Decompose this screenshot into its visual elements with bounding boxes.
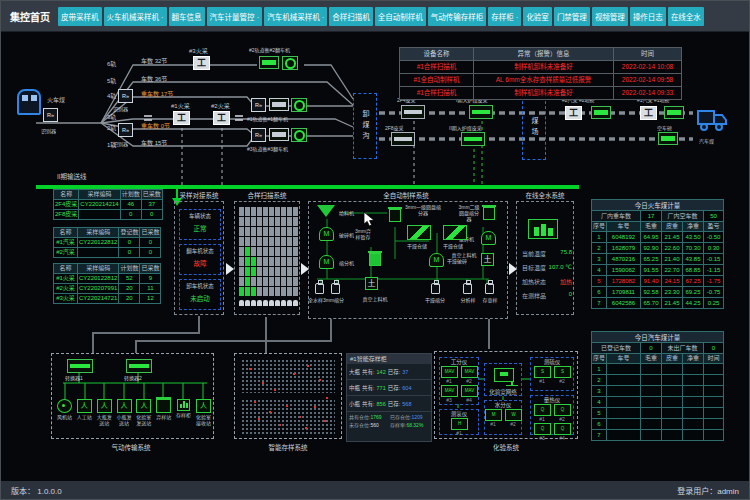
moisture-oven-icon[interactable]	[528, 219, 558, 239]
scan-bottle	[245, 300, 250, 306]
scan-slot	[281, 217, 286, 226]
lab-instrument-icon[interactable]: Q#2	[554, 404, 570, 422]
scan-slot	[257, 227, 262, 236]
tippler-2-icon[interactable]	[282, 56, 298, 70]
lab-network-icon[interactable]	[494, 368, 530, 386]
tab-翻车信息[interactable]: 翻车信息	[169, 7, 205, 26]
vacuum-feeder-icon[interactable]: 土	[365, 277, 378, 290]
rail-scale-3-icon[interactable]	[269, 128, 289, 141]
prep-section-title: 全自动制样系统	[351, 190, 461, 200]
rail-scale-1-icon[interactable]	[269, 98, 289, 111]
vacuum-feeder2-icon[interactable]: 土	[481, 253, 494, 266]
rfid-reader-icon[interactable]: R»	[251, 98, 266, 112]
dryer1-icon[interactable]	[407, 225, 431, 240]
belt-sampler-p1-icon[interactable]	[469, 105, 493, 119]
tab-汽车机械采样机[interactable]: 汽车机械采样机 ·	[264, 7, 327, 26]
lab-instrument-icon[interactable]: Q#1	[534, 404, 550, 422]
tippler-3-icon[interactable]	[291, 128, 307, 142]
tab-合样扫描机[interactable]: 合样扫描机	[329, 7, 373, 26]
truck-sampler-1-icon[interactable]: 工	[640, 106, 657, 120]
lab-instrument-icon[interactable]: S#1	[534, 366, 550, 384]
full-moisture-bottle-icon[interactable]	[331, 283, 340, 294]
feeder-funnel-icon[interactable]	[317, 205, 335, 217]
lab-group-name: 工分仪	[440, 358, 478, 366]
tab-home[interactable]: 集控首页	[4, 9, 56, 24]
lab-group-calorimeter: 量热仪Q#1Q#2Q#3Q#4	[530, 395, 574, 435]
person-station-icon[interactable]: 人化验室接收站	[194, 399, 213, 427]
full-moisture-bottle-icon[interactable]	[315, 283, 324, 294]
lab-instrument-icon[interactable]: S#2	[554, 366, 570, 384]
crusher2-icon[interactable]: M	[429, 253, 444, 267]
rfid-reader-icon[interactable]: R»	[43, 108, 58, 122]
converter1-icon[interactable]	[67, 359, 93, 373]
scan-slot	[245, 217, 250, 226]
scan-slot	[257, 267, 262, 276]
storage-cabinet-rows: 大瓶共有:142已存:37中瓶共有:771已存:604小瓶共有:856已存:56…	[347, 364, 431, 412]
crusher3-icon[interactable]: M	[481, 231, 496, 245]
tab-火车机械采样机[interactable]: 火车机械采样机 ·	[104, 7, 167, 26]
belt-sampler-2f8-icon[interactable]	[391, 132, 415, 146]
rfid-reader-icon[interactable]: R»	[251, 128, 266, 142]
person-station-icon[interactable]: 人化验室发送站	[134, 399, 153, 427]
scan-slot	[281, 207, 286, 216]
train-sampler-1-icon[interactable]: 工	[173, 111, 190, 125]
divider1-icon[interactable]: M	[319, 255, 334, 269]
storage-cabinet-title: #1智能存样柜	[347, 354, 431, 364]
tab-气动传输存样柜[interactable]: 气动传输存样柜	[428, 7, 487, 26]
disc-divider1-icon[interactable]	[389, 209, 401, 222]
tab-操作日志[interactable]: 操作日志	[630, 7, 666, 26]
belt-sampler-2f4-icon[interactable]	[401, 105, 425, 119]
train-sampler-2-icon[interactable]: 工	[213, 111, 230, 125]
tab-存样柜[interactable]: 存样柜 ·	[488, 7, 521, 26]
tab-门禁管理[interactable]: 门禁管理	[554, 7, 590, 26]
tab-全自动制样机[interactable]: 全自动制样机	[375, 7, 426, 26]
tippler-1-icon[interactable]	[291, 98, 307, 112]
lab-instrument-icon[interactable]: Q#4	[554, 423, 570, 441]
moisture-row: 在测样品0	[522, 291, 572, 300]
cabinet-station-icon[interactable]: 存样柜	[174, 399, 193, 427]
lab-instrument-icon[interactable]: MAV#1	[441, 366, 457, 384]
lab-instrument-icon[interactable]: MAV#2	[461, 366, 477, 384]
fan-station-icon[interactable]: 风机站	[55, 399, 74, 427]
truck-icon[interactable]	[695, 105, 729, 135]
lab-instrument-icon[interactable]: MAV#4	[461, 385, 477, 403]
weighbridge-1-icon[interactable]	[664, 106, 684, 119]
rail-scale-2-icon[interactable]	[259, 56, 279, 69]
scan-slot	[281, 257, 286, 266]
lab-instrument-icon[interactable]: MAV#3	[441, 385, 457, 403]
dryer2-icon[interactable]	[443, 225, 467, 240]
bin-station-icon[interactable]: 弃样站	[154, 399, 173, 427]
person-station-icon[interactable]: 人小瓶发送站	[115, 399, 134, 427]
crusher1-label: 破碎机	[339, 231, 354, 238]
scan-slot	[293, 247, 298, 256]
train-sampler-3-icon[interactable]: 工	[193, 56, 210, 70]
tab-bar: 皮带采样机火车机械采样机 ·翻车信息汽车计量管控 ·汽车机械采样机 ·合样扫描机…	[58, 7, 704, 26]
truck-sampler-2-icon[interactable]: 工	[565, 106, 582, 120]
lab-instrument-icon[interactable]: M#1	[485, 409, 501, 427]
train-icon[interactable]	[17, 89, 41, 115]
tab-汽车计量管控[interactable]: 汽车计量管控 ·	[207, 7, 263, 26]
lab-instrument-icon[interactable]: W#2	[505, 409, 521, 427]
disc-divider2-icon[interactable]	[483, 207, 495, 220]
converter2-icon[interactable]	[126, 359, 152, 373]
waste-bin-icon[interactable]	[369, 253, 381, 266]
tab-视频管理[interactable]: 视频管理	[592, 7, 628, 26]
weighbridge-2-icon[interactable]	[591, 106, 611, 119]
crusher1-icon[interactable]: M	[319, 227, 334, 241]
person-station-icon[interactable]: 人人工站	[75, 399, 94, 427]
tab-化验室[interactable]: 化验室	[523, 7, 552, 26]
tab-皮带采样机[interactable]: 皮带采样机	[58, 7, 102, 26]
person-station-icon[interactable]: 人大瓶发送站	[95, 399, 114, 427]
rfid-reader-icon[interactable]: R»	[118, 89, 133, 103]
lab-instrument-icon[interactable]: H#1	[451, 418, 467, 436]
empty-weighbridge-icon[interactable]	[658, 132, 678, 145]
tab-在线全水[interactable]: 在线全水	[668, 7, 704, 26]
belt-sampler-p2-icon[interactable]	[461, 132, 485, 146]
lab-instrument-icon[interactable]: Q#3	[534, 423, 550, 441]
coal-trench-box: 卸煤沟	[353, 93, 377, 159]
dry-divide-bottle-icon[interactable]	[431, 283, 440, 294]
analysis-bottle-icon[interactable]	[463, 283, 472, 294]
disc-divider1-label: 3mm一级圆盘缩分器	[403, 205, 443, 217]
rfid-reader-icon[interactable]: R»	[118, 123, 133, 137]
keep-bottle-icon[interactable]	[485, 283, 494, 294]
